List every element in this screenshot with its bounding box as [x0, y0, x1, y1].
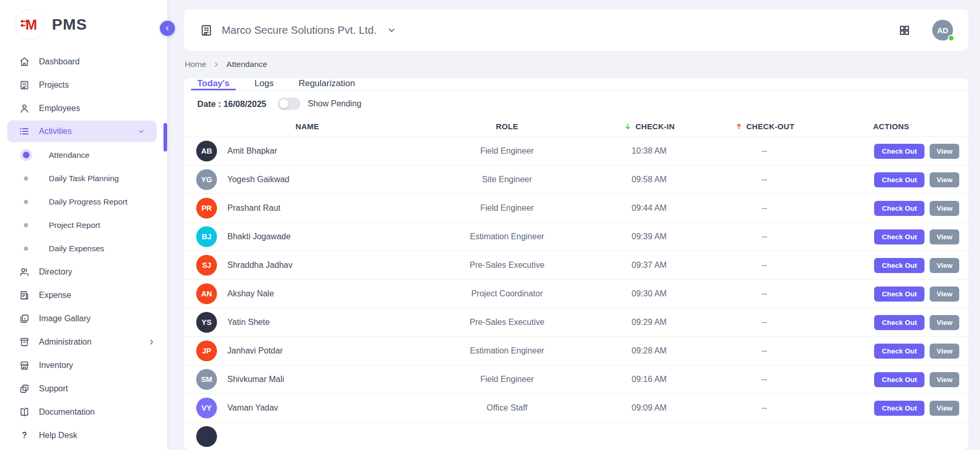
table-row: SM Shivkumar Mali Field Engineer 09:16 A…: [184, 365, 969, 393]
column-header-check-in[interactable]: CHECK-IN: [592, 122, 707, 131]
company-selector[interactable]: Marco Secure Solutions Pvt. Ltd.: [199, 23, 396, 37]
employee-role: Office Staff: [423, 403, 592, 413]
check-out-button[interactable]: Check Out: [874, 315, 925, 330]
building-icon: [19, 79, 30, 91]
sidebar-item-expense[interactable]: Expense: [0, 283, 167, 307]
check-out-button[interactable]: Check Out: [874, 287, 925, 302]
name-cell: AN Akshay Nale: [192, 283, 423, 304]
check-out-button[interactable]: Check Out: [874, 172, 925, 187]
toggle-knob: [279, 99, 289, 108]
sidebar-item-support[interactable]: Support: [0, 377, 167, 400]
sidebar-subitem-label: Project Report: [49, 221, 100, 230]
table-row: PR Prashant Raut Field Engineer 09:44 AM…: [184, 194, 969, 222]
employee-name: Akshay Nale: [227, 289, 274, 298]
check-out-button[interactable]: Check Out: [874, 401, 925, 416]
row-avatar: SM: [196, 369, 217, 390]
row-avatar: BJ: [196, 226, 217, 247]
name-cell: PR Prashant Raut: [192, 198, 423, 219]
check-in-time: 09:30 AM: [592, 289, 707, 298]
tab-today-s[interactable]: Today's: [191, 78, 236, 90]
check-in-time: 09:44 AM: [592, 203, 707, 213]
sidebar-item-projects[interactable]: Projects: [0, 73, 167, 97]
check-in-time: 10:38 AM: [592, 146, 707, 156]
company-name: Marco Secure Solutions Pvt. Ltd.: [222, 24, 377, 36]
sidebar-item-documentation[interactable]: Documentation: [0, 400, 167, 424]
sort-arrow-up-icon: [734, 122, 743, 131]
question-icon: ?: [19, 430, 30, 441]
row-avatar: YG: [196, 169, 217, 190]
sidebar-item-activities[interactable]: Activities: [7, 120, 157, 142]
bullet-icon: [22, 244, 30, 253]
table-body: AB Amit Bhapkar Field Engineer 10:38 AM …: [184, 137, 969, 450]
actions-cell: Check Out View: [822, 401, 960, 416]
bullet-icon: [22, 198, 30, 206]
view-button[interactable]: View: [930, 144, 959, 159]
user-avatar[interactable]: AD: [932, 20, 953, 40]
view-button[interactable]: View: [930, 229, 959, 244]
sidebar-item-label: Support: [39, 384, 68, 393]
actions-cell: Check Out View: [822, 258, 960, 273]
actions-cell: Check Out View: [822, 229, 960, 244]
check-out-button[interactable]: Check Out: [874, 258, 925, 273]
name-cell: YG Yogesh Gaikwad: [192, 169, 423, 190]
name-cell: YS Yatin Shete: [192, 312, 423, 333]
sidebar-subitem-daily-progress-report[interactable]: Daily Progress Report: [0, 190, 167, 213]
employee-name: Shivkumar Mali: [227, 375, 284, 384]
tab-logs[interactable]: Logs: [248, 78, 280, 90]
sidebar-subitem-daily-expenses[interactable]: Daily Expenses: [0, 237, 167, 260]
check-out-button[interactable]: Check Out: [874, 201, 925, 216]
table-row: BJ Bhakti Jogawade Estimation Engineer 0…: [184, 222, 969, 251]
column-header-actions: ACTIONS: [822, 122, 960, 131]
sidebar-item-directory[interactable]: Directory: [0, 260, 167, 283]
check-out-button[interactable]: Check Out: [874, 229, 925, 244]
employee-role: Field Engineer: [423, 203, 592, 213]
check-out-button[interactable]: Check Out: [874, 144, 925, 159]
check-in-time: 09:39 AM: [592, 232, 707, 241]
employee-role: Pre-Sales Executive: [423, 318, 592, 327]
sidebar-item-inventory[interactable]: Inventory: [0, 353, 167, 377]
view-button[interactable]: View: [930, 258, 959, 273]
employee-name: Janhavi Potdar: [227, 346, 283, 356]
avatar-initials: AD: [937, 26, 948, 35]
building-icon: [199, 23, 213, 37]
apps-grid-button[interactable]: [899, 24, 910, 36]
sidebar-item-administration[interactable]: Administration: [0, 330, 167, 353]
employee-name: Shraddha Jadhav: [227, 261, 292, 270]
view-button[interactable]: View: [930, 315, 959, 330]
sidebar-item-label: Activities: [39, 127, 72, 136]
name-cell: VY Vaman Yadav: [192, 398, 423, 418]
employee-role: Estimation Engineer: [423, 346, 592, 356]
check-out-value: --: [707, 403, 822, 413]
check-out-value: --: [707, 261, 822, 270]
table-row: YG Yogesh Gaikwad Site Engineer 09:58 AM…: [184, 165, 969, 194]
sidebar-subitem-project-report[interactable]: Project Report: [0, 213, 167, 237]
view-button[interactable]: View: [930, 344, 959, 359]
view-button[interactable]: View: [930, 201, 959, 216]
show-pending-toggle[interactable]: [278, 98, 301, 110]
table-row-partial: [184, 422, 969, 450]
tab-regularization[interactable]: Regularization: [292, 78, 361, 90]
column-header-check-out[interactable]: CHECK-OUT: [707, 122, 822, 131]
check-in-time: 09:58 AM: [592, 175, 707, 184]
filter-row: Date : 16/08/2025 Show Pending: [184, 91, 969, 115]
view-button[interactable]: View: [930, 287, 959, 302]
chevron-left-icon: [164, 25, 171, 32]
svg-text:M: M: [25, 17, 37, 33]
sidebar-subitem-attendance[interactable]: Attendance: [0, 143, 167, 167]
check-in-time: 09:28 AM: [592, 346, 707, 356]
bullet-icon: [22, 221, 30, 229]
name-cell: BJ Bhakti Jogawade: [192, 226, 423, 247]
sidebar-subitem-daily-task-planning[interactable]: Daily Task Planning: [0, 167, 167, 190]
sidebar-item-employees[interactable]: Employees: [0, 97, 167, 120]
sidebar-item-help-desk[interactable]: ?Help Desk: [0, 424, 167, 447]
check-out-button[interactable]: Check Out: [874, 372, 925, 387]
view-button[interactable]: View: [930, 401, 959, 416]
sidebar-item-dashboard[interactable]: Dashboard: [0, 50, 167, 73]
view-button[interactable]: View: [930, 172, 959, 187]
column-label: ROLE: [496, 122, 518, 131]
check-out-button[interactable]: Check Out: [874, 344, 925, 359]
breadcrumb-home[interactable]: Home: [185, 60, 206, 69]
sidebar-item-image-gallary[interactable]: Image Gallary: [0, 307, 167, 330]
sidebar-collapse-button[interactable]: [160, 21, 175, 36]
view-button[interactable]: View: [930, 372, 959, 387]
